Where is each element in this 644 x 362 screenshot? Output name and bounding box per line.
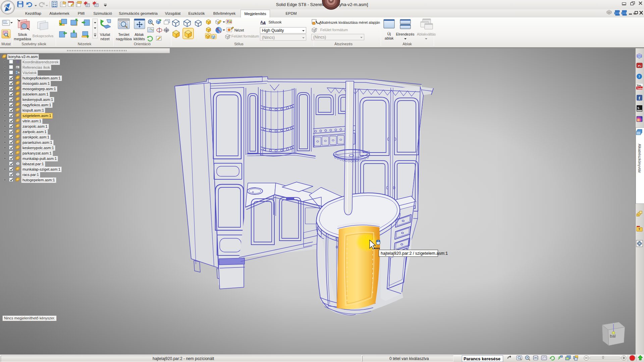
svg-text:?: ? [608, 11, 610, 14]
svg-text:?: ? [638, 228, 640, 231]
svg-text:x: x [18, 60, 19, 62]
svg-text:?: ? [638, 74, 640, 78]
svg-text:f: f [639, 96, 640, 101]
svg-text:Tube: Tube [637, 87, 643, 90]
svg-text:bal: bal [610, 334, 615, 339]
svg-text:A: A [262, 20, 266, 25]
svg-text:S: S [637, 106, 639, 110]
